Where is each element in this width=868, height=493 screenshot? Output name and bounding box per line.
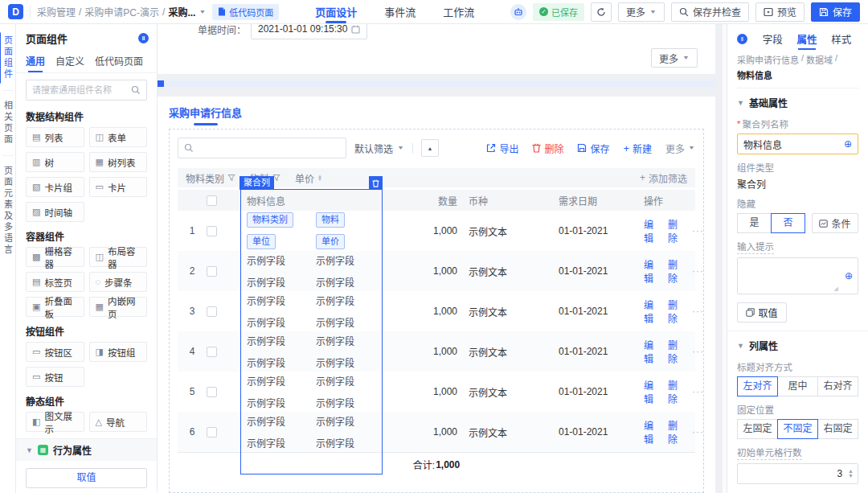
component-search-input[interactable] bbox=[32, 85, 126, 95]
align-left-option[interactable]: 左对齐 bbox=[737, 376, 778, 396]
fixed-none-option[interactable]: 不固定 bbox=[777, 419, 818, 439]
breadcrumb-item[interactable]: 采购申请行信息 bbox=[737, 53, 799, 66]
delete-link[interactable]: 删除 bbox=[668, 217, 678, 244]
hidden-option-no[interactable]: 否 bbox=[771, 213, 805, 233]
ellipsis-icon[interactable]: ··· bbox=[692, 426, 704, 438]
component-item[interactable]: ◫布局容器 bbox=[89, 247, 148, 267]
field-chip[interactable]: 单价 bbox=[316, 234, 345, 249]
component-item[interactable]: △导航 bbox=[89, 412, 148, 432]
align-center-option[interactable]: 居中 bbox=[777, 376, 818, 396]
list-component-selection[interactable]: 默认筛选 ▼ ▲ 导出 删除 bbox=[169, 129, 704, 493]
component-item[interactable]: ▤标签页 bbox=[26, 272, 84, 292]
globe-icon[interactable]: ⊕ bbox=[845, 270, 853, 281]
aggregate-column-name-input[interactable]: 物料信息 ⊕ bbox=[737, 134, 858, 154]
delete-link[interactable]: 删除 bbox=[668, 338, 678, 365]
initial-rows-stepper[interactable]: 3 ▲▼ bbox=[737, 463, 858, 484]
ellipsis-icon[interactable]: ··· bbox=[692, 346, 704, 357]
step-down-icon[interactable]: ▼ bbox=[848, 474, 854, 479]
component-item[interactable]: ◌步骤条 bbox=[89, 272, 148, 292]
component-item[interactable]: ▩栅格容器 bbox=[26, 247, 84, 267]
refresh-button[interactable] bbox=[591, 2, 612, 22]
align-right-option[interactable]: 右对齐 bbox=[817, 376, 858, 396]
component-item[interactable]: ▣折叠面板 bbox=[26, 297, 84, 317]
component-item[interactable]: ▥树 bbox=[26, 152, 84, 172]
component-item[interactable]: ▤列表 bbox=[26, 127, 84, 147]
save-row-button[interactable]: 保存 bbox=[577, 142, 609, 155]
tab-custom[interactable]: 自定义 bbox=[55, 51, 84, 72]
filter-col-material-type[interactable]: 物料类别 bbox=[186, 171, 235, 185]
tab-lowcode-page[interactable]: 低代码页面 bbox=[95, 51, 143, 72]
edit-link[interactable]: 编辑 bbox=[644, 257, 653, 285]
export-button[interactable]: 导出 bbox=[486, 142, 518, 155]
sort-col-unit-price[interactable]: 单价 ▲▼ bbox=[295, 171, 322, 185]
edit-link[interactable]: 编辑 bbox=[644, 418, 653, 446]
delete-link[interactable]: 删除 bbox=[668, 418, 678, 446]
behavior-button[interactable]: 取值 bbox=[26, 468, 147, 488]
delete-column-button[interactable] bbox=[369, 176, 383, 190]
component-item[interactable]: ▭按钮 bbox=[26, 367, 84, 387]
form-more-button[interactable]: 更多 ▼ bbox=[651, 48, 698, 68]
collapse-search-button[interactable]: ▲ bbox=[421, 139, 439, 157]
component-item[interactable]: ▦树列表 bbox=[89, 152, 148, 172]
default-filter-dropdown[interactable]: 默认筛选 ▼ bbox=[354, 142, 404, 155]
save-button[interactable]: 保存 bbox=[811, 2, 860, 22]
row-checkbox[interactable] bbox=[207, 226, 217, 236]
hidden-option-yes[interactable]: 是 bbox=[737, 213, 772, 233]
breadcrumb-item[interactable]: 采购管理 bbox=[37, 5, 76, 18]
field-chip[interactable]: 物料类别 bbox=[247, 212, 293, 228]
list-search-input[interactable] bbox=[199, 142, 340, 154]
resize-handle[interactable]: ◢ bbox=[834, 286, 838, 292]
preview-button[interactable]: 预览 bbox=[755, 2, 805, 22]
delete-link[interactable]: 删除 bbox=[668, 298, 678, 325]
delete-link[interactable]: 删除 bbox=[668, 378, 678, 405]
breadcrumb-item[interactable]: 采购申请PC-演示 bbox=[84, 5, 159, 18]
tab-workflow[interactable]: 工作流 bbox=[443, 0, 474, 23]
component-item[interactable]: ▧卡片组 bbox=[26, 177, 84, 197]
tab-general[interactable]: 通用 bbox=[26, 51, 45, 72]
date-input[interactable]: 2021-01-01 09:15:30 bbox=[251, 24, 367, 39]
component-item[interactable]: ◨按钮组 bbox=[89, 342, 148, 362]
row-checkbox[interactable] bbox=[207, 387, 217, 397]
globe-icon[interactable]: ⊕ bbox=[844, 138, 852, 150]
add-filter-button[interactable]: + 添加筛选 bbox=[640, 171, 687, 185]
collapse-panel-icon[interactable]: ‖ bbox=[737, 34, 747, 44]
input-hint-textarea[interactable]: ⊕ ◢ bbox=[737, 257, 858, 294]
delete-link[interactable]: 删除 bbox=[668, 257, 678, 285]
edit-link[interactable]: 编辑 bbox=[644, 217, 653, 244]
collapse-panel-icon[interactable]: ‖ bbox=[138, 33, 149, 43]
ellipsis-icon[interactable]: ··· bbox=[692, 265, 704, 277]
edit-link[interactable]: 编辑 bbox=[644, 338, 653, 365]
tab-purchase-request-lines[interactable]: 采购申请行信息 bbox=[169, 105, 242, 125]
row-checkbox[interactable] bbox=[207, 427, 217, 438]
tab-event-flow[interactable]: 事件流 bbox=[384, 0, 416, 23]
rail-item-related-pages[interactable]: 相关页面 bbox=[2, 96, 14, 150]
ai-assistant-icon[interactable] bbox=[510, 4, 526, 20]
ellipsis-icon[interactable]: ··· bbox=[692, 306, 704, 317]
chevron-down-icon[interactable]: ▼ bbox=[199, 9, 206, 15]
ellipsis-icon[interactable]: ··· bbox=[692, 386, 704, 397]
ellipsis-icon[interactable]: ··· bbox=[692, 225, 704, 236]
app-logo-icon[interactable]: D bbox=[8, 4, 23, 19]
field-chip[interactable]: 单位 bbox=[247, 234, 276, 249]
save-and-check-button[interactable]: 保存并检查 bbox=[671, 2, 749, 22]
rail-item-page-components[interactable]: 页面组件 bbox=[2, 31, 14, 85]
drop-indicator-handle[interactable] bbox=[158, 80, 164, 87]
rail-item-page-elements[interactable]: 页面元素及多语言 bbox=[2, 161, 14, 261]
fixed-right-option[interactable]: 右固定 bbox=[817, 419, 858, 439]
row-checkbox[interactable] bbox=[207, 306, 217, 317]
fixed-left-option[interactable]: 左固定 bbox=[737, 419, 778, 439]
condition-button[interactable]: 条件 bbox=[812, 213, 858, 233]
section-basic-properties[interactable]: ▼ 基础属性 bbox=[737, 88, 858, 111]
behavior-section-header[interactable]: ▼ ▦ 行为属性 bbox=[16, 438, 157, 461]
tab-fields[interactable]: 字段 bbox=[755, 24, 790, 53]
row-checkbox[interactable] bbox=[207, 266, 217, 277]
component-item[interactable]: ◧图文展示 bbox=[26, 412, 84, 432]
tab-page-design[interactable]: 页面设计 bbox=[315, 0, 357, 23]
component-item[interactable]: ▭卡片 bbox=[89, 177, 148, 197]
section-column-properties[interactable]: ▼ 列属性 bbox=[737, 331, 858, 354]
component-item[interactable]: ▨时间轴 bbox=[26, 202, 84, 222]
field-chip[interactable]: 物料 bbox=[316, 212, 345, 228]
stepper-icons[interactable]: ▲▼ bbox=[846, 469, 858, 479]
breadcrumb-current[interactable]: 采购... bbox=[168, 5, 195, 18]
component-item[interactable]: ◫表单 bbox=[89, 127, 148, 147]
